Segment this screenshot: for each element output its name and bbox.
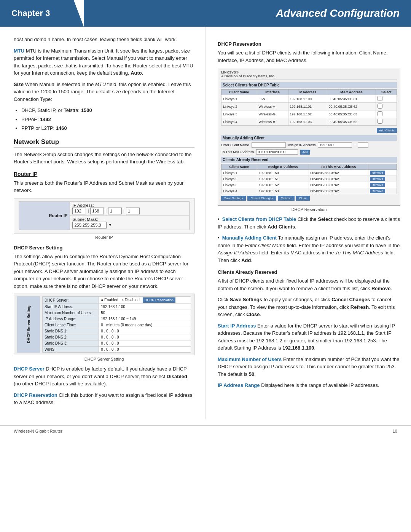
dhcp-rows: DHCP Server: ● Enabled ○ Disabled DHCP R…: [42, 296, 191, 353]
ip-range-para: IP Address Range Displayed here is the r…: [218, 382, 400, 389]
ip-octet-1[interactable]: 192: [72, 208, 86, 214]
page-header: Chapter 3 Advanced Configuration: [0, 0, 411, 27]
dhcp-reservation-image: LINKSYS® A Division of Cisco Systems, In…: [218, 68, 400, 206]
reserved-table: Client Name Assign IP Address To This MA…: [221, 164, 397, 194]
table-row: Linksys 4 192.168.1.53 00:40:05:35:CE:62…: [221, 188, 397, 194]
router-ip-heading: Router IP: [14, 171, 194, 177]
router-ip-table: Router IP IP Address: 192 | 168 | 1 | 1: [19, 201, 190, 230]
ip-octet-4[interactable]: 1: [126, 208, 140, 214]
page-title: Advanced Configuration: [84, 0, 411, 27]
table-row: Static DNS 1: 0 . 0 . 0 . 0: [43, 328, 191, 334]
dhcp-img-content: DHCP Server: ● Enabled ○ Disabled DHCP R…: [42, 296, 191, 353]
router-ip-para: This presents both the Router's IP Addre…: [14, 179, 194, 194]
dhcp-reservation-caption: DHCP Reservation: [218, 207, 400, 212]
remove-button[interactable]: Remove: [370, 171, 385, 175]
select-checkbox[interactable]: [378, 119, 382, 124]
dhcp-reservation-desc: DHCP Reservation Click this button if yo…: [14, 391, 194, 406]
to-mac-input[interactable]: [256, 149, 298, 155]
save-settings-button[interactable]: Save Settings: [221, 196, 246, 201]
table-row: Linksys 1 LAN 192.168.1.100 00:40:05:35:…: [221, 95, 397, 103]
cancel-changes-button[interactable]: Cancel Changes: [247, 196, 276, 201]
size-term: Size: [14, 81, 24, 87]
add-clients-container: Add Clients: [221, 127, 397, 133]
select-checkbox[interactable]: [378, 104, 382, 109]
ip-octet-2[interactable]: 168: [90, 208, 104, 214]
bullets-section: • Select Clients from DHCP Table Click t…: [218, 216, 400, 264]
ip-fields: 192 | 168 | 1 | 1: [72, 208, 187, 214]
remove-button[interactable]: Remove: [370, 183, 385, 187]
dhcp-server-para: The settings allow you to configure the …: [14, 253, 194, 290]
right-column: DHCP Reservation You will see a list of …: [206, 27, 411, 419]
remove-button[interactable]: Remove: [370, 177, 385, 181]
clients-reserved-section: Clients Already Reserved Client Name Ass…: [221, 157, 397, 201]
table-row: Linksys 2 192.168.1.51 00:40:05:35:CE:62…: [221, 176, 397, 182]
ip-address-label: IP Address:: [72, 203, 94, 208]
footer-left: Wireless-N Gigabit Router: [14, 429, 62, 433]
add-button[interactable]: Add: [300, 150, 309, 155]
add-clients-button[interactable]: Add Clients: [377, 128, 397, 133]
linksys-logo: LINKSYS® A Division of Cisco Systems, In…: [221, 70, 397, 80]
table-row: Linksys 4 Wireless-B 192.168.1.103 00:40…: [221, 118, 397, 126]
remove-button[interactable]: Remove: [370, 189, 385, 193]
dhcp-server-desc: DHCP Server DHCP is enabled by factory d…: [14, 365, 194, 388]
page-footer: Wireless-N Gigabit Router 10: [0, 425, 411, 436]
dhcp-server-image: DHCP Server Setting DHCP Server: ● Enabl…: [14, 294, 194, 355]
chapter-text: Chapter 3: [11, 8, 50, 18]
table-row: WINS: 0 . 0 . 0 . 0: [43, 347, 191, 353]
save-settings-para: Click Save Settings to apply your change…: [218, 296, 400, 318]
table-row: Start IP Address: 192.168.1.100: [43, 304, 191, 310]
page-content: host and domain name. In most cases, lea…: [0, 27, 411, 419]
refresh-button[interactable]: Refresh: [278, 196, 295, 201]
table-row: Linksys 3 Wireless-G 192.168.1.102 00:40…: [221, 110, 397, 118]
bullet-value: 1460: [56, 125, 67, 131]
left-column: host and domain name. In most cases, lea…: [0, 27, 206, 419]
max-users-para: Maximum Number of Users Enter the maximu…: [218, 356, 400, 378]
dhcp-reservation-heading: DHCP Reservation: [218, 41, 400, 47]
ip-octet-3[interactable]: 1: [108, 208, 122, 214]
bullet-label: PPPoE:: [21, 117, 40, 122]
bullet-value: 1492: [40, 117, 51, 122]
network-setup-para: The Network Setup section changes the se…: [14, 151, 194, 166]
table-row: Linksys 3 192.168.1.52 00:40:05:35:CE:62…: [221, 182, 397, 188]
mtu-term: MTU: [14, 48, 24, 54]
close-button[interactable]: Close: [296, 196, 310, 201]
subnet-label: Subnet Mask:: [72, 217, 98, 222]
assign-ip-last-octet[interactable]: [358, 142, 368, 148]
select-clients-bullet: • Select Clients from DHCP Table Click t…: [218, 216, 400, 230]
bullet-label: PPTP or L2TP:: [21, 125, 56, 131]
dhcp-reservation-button[interactable]: DHCP Reservation: [143, 297, 175, 303]
intro-para: host and domain name. In most cases, lea…: [14, 36, 194, 43]
select-checkbox[interactable]: [378, 111, 382, 116]
clients-reserved-title: Clients Already Reserved: [221, 157, 397, 163]
bottom-buttons: Save Settings Cancel Changes Refresh Clo…: [221, 196, 397, 201]
list-item: PPPoE: 1492: [21, 116, 194, 123]
select-clients-title: Select Clients from DHCP Table: [221, 82, 397, 88]
select-checkbox[interactable]: [378, 96, 382, 101]
list-item: DHCP, Static IP, or Telstra: 1500: [21, 107, 194, 114]
network-setup-heading: Network Setup: [14, 138, 194, 148]
subnet-cell: Subnet Mask: 255.255.255.0 ▼: [70, 216, 190, 230]
subnet-value[interactable]: 255.255.255.0: [72, 222, 107, 228]
clients-dhcp-table: Client Name Interface IP Address MAC Add…: [221, 89, 397, 126]
footer-right: 10: [393, 429, 397, 433]
mtu-para: MTU MTU is the Maximum Transmission Unit…: [14, 47, 194, 77]
bullet-label: DHCP, Static IP, or Telstra:: [21, 107, 81, 113]
size-para: Size When Manual is selected in the MTU …: [14, 81, 194, 103]
table-row: Static DNS 3: 0 . 0 . 0 . 0: [43, 340, 191, 347]
dhcp-reservation-intro: You will see a list of DHCP clients with…: [218, 49, 400, 64]
enter-client-name-input[interactable]: [252, 142, 286, 148]
bullet-value: 1500: [81, 107, 92, 113]
assign-ip-display: 192.168.1: [318, 142, 352, 148]
table-row: Maximum Number of Users: 50: [43, 310, 191, 316]
to-mac-row: To This MAC Address Add: [221, 149, 397, 155]
router-ip-image: Router IP IP Address: 192 | 168 | 1 | 1: [14, 198, 194, 233]
bullet-list: DHCP, Static IP, or Telstra: 1500 PPPoE:…: [21, 107, 194, 132]
dhcp-setting-caption: DHCP Server Setting: [14, 357, 194, 361]
ip-address-cell: IP Address: 192 | 168 | 1 | 1: [70, 201, 190, 216]
router-ip-caption: Router IP: [14, 235, 194, 240]
dhcp-server-heading: DHCP Server Setting: [14, 245, 194, 251]
manually-adding-section: Manually Adding Client Enter Client Name…: [221, 135, 397, 155]
router-ip-label-cell: Router IP: [19, 201, 70, 230]
title-text: Advanced Configuration: [276, 7, 400, 19]
clients-already-para: A list of DHCP clients and their fixed l…: [218, 277, 400, 292]
